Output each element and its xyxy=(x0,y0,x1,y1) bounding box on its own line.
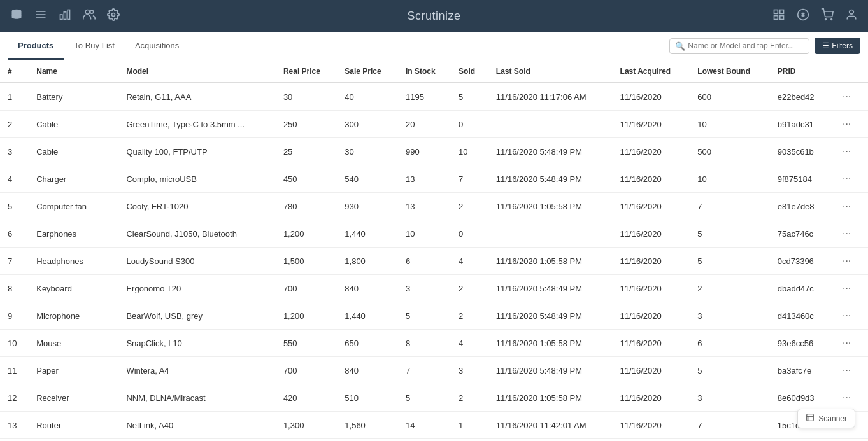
svg-point-8 xyxy=(90,10,94,13)
cell-sale-price: 300 xyxy=(337,111,398,138)
svg-rect-5 xyxy=(64,11,66,19)
cell-name: Battery xyxy=(29,83,118,111)
list-icon[interactable] xyxy=(34,8,47,24)
cell-last-acquired: 11/16/2020 xyxy=(613,330,690,357)
cell-last-sold: 11/16/2020 11:17:06 AM xyxy=(488,83,613,111)
svg-point-7 xyxy=(85,10,90,14)
col-header-name: Name xyxy=(29,60,118,83)
table-row: 11 Paper Wintera, A4 700 840 7 3 11/16/2… xyxy=(0,357,868,384)
cell-sale-price: 40 xyxy=(337,83,398,111)
row-actions-button[interactable]: ··· xyxy=(839,281,855,295)
row-actions-button[interactable]: ··· xyxy=(839,199,855,213)
col-header-sold: Sold xyxy=(451,60,488,83)
col-header-lowest-bound: Lowest Bound xyxy=(690,60,769,83)
col-header-prid: PRID xyxy=(770,60,831,83)
cell-prid: 93e6cc56 xyxy=(770,330,831,357)
products-table-container: # Name Model Real Price Sale Price In St… xyxy=(0,60,868,441)
cell-model: Retain, G11, AAA xyxy=(118,83,275,111)
products-table: # Name Model Real Price Sale Price In St… xyxy=(0,60,868,441)
scanner-badge[interactable]: Scanner xyxy=(797,409,855,428)
tab-acquisitions[interactable]: Acquisitions xyxy=(125,33,189,60)
cell-num: 3 xyxy=(0,138,29,165)
col-header-sale-price: Sale Price xyxy=(337,60,398,83)
row-actions-button[interactable]: ··· xyxy=(839,227,855,241)
row-actions-button[interactable]: ··· xyxy=(839,391,855,405)
cell-model: BearWolf, USB, grey xyxy=(118,302,275,330)
cell-sold: 5 xyxy=(451,83,488,111)
row-actions-button[interactable]: ··· xyxy=(839,90,855,104)
cell-in-stock: 13 xyxy=(398,193,451,220)
row-actions-button[interactable]: ··· xyxy=(839,336,855,350)
users-icon[interactable] xyxy=(83,8,96,24)
cell-last-acquired: 11/16/2020 xyxy=(613,220,690,248)
cell-last-acquired: 11/16/2020 xyxy=(613,138,690,165)
cell-last-sold: 11/16/2020 5:48:49 PM xyxy=(488,357,613,384)
cell-actions: ··· xyxy=(831,83,868,111)
table-row: 1 Battery Retain, G11, AAA 30 40 1195 5 … xyxy=(0,83,868,111)
cell-prid: 9035c61b xyxy=(770,138,831,165)
cell-real-price: 450 xyxy=(276,165,337,193)
filter-label: Filters xyxy=(832,41,853,50)
cell-name: Headphones xyxy=(29,248,118,275)
cell-in-stock: 10 xyxy=(398,220,451,248)
cell-sale-price: 930 xyxy=(337,193,398,220)
search-icon: 🔍 xyxy=(675,41,685,51)
user-icon[interactable] xyxy=(845,8,858,24)
tab-products[interactable]: Products xyxy=(8,33,64,60)
filter-icon: ☰ xyxy=(822,41,829,50)
cell-last-acquired: 11/16/2020 xyxy=(613,302,690,330)
grid-icon[interactable] xyxy=(772,8,785,24)
cell-sold: 2 xyxy=(451,384,488,412)
cell-sold: 2 xyxy=(451,275,488,302)
cell-num: 12 xyxy=(0,384,29,412)
cell-num: 7 xyxy=(0,248,29,275)
table-row: 3 Cable Quality 100, FTP/UTP 25 30 990 1… xyxy=(0,138,868,165)
filter-button[interactable]: ☰ Filters xyxy=(815,38,860,54)
svg-rect-19 xyxy=(807,414,814,421)
nav-icons-left xyxy=(10,8,120,24)
cell-last-acquired: 11/16/2020 xyxy=(613,193,690,220)
svg-rect-12 xyxy=(774,15,778,19)
cell-actions: ··· xyxy=(831,220,868,248)
cell-sold: 4 xyxy=(451,330,488,357)
table-row: 7 Headphones LoudySound S300 1,500 1,800… xyxy=(0,248,868,275)
row-actions-button[interactable]: ··· xyxy=(839,144,855,158)
cell-last-acquired: 11/16/2020 xyxy=(613,384,690,412)
cell-num: 14 xyxy=(0,439,29,442)
svg-rect-11 xyxy=(780,10,784,13)
row-actions-button[interactable]: ··· xyxy=(839,172,855,186)
cell-sale-price: 650 xyxy=(337,330,398,357)
svg-rect-13 xyxy=(780,15,784,19)
cell-lowest-bound: 5 xyxy=(690,220,769,248)
cell-real-price: 550 xyxy=(276,330,337,357)
search-input[interactable] xyxy=(688,41,804,50)
cell-name: Cable xyxy=(29,138,118,165)
cell-sold: 0 xyxy=(451,111,488,138)
row-actions-button[interactable]: ··· xyxy=(839,117,855,131)
chart-icon[interactable] xyxy=(59,8,71,24)
svg-rect-10 xyxy=(774,10,778,13)
cell-model: Wintera, A4 xyxy=(118,357,275,384)
cell-sold: 7 xyxy=(451,165,488,193)
search-box[interactable]: 🔍 xyxy=(669,38,809,54)
row-actions-button[interactable]: ··· xyxy=(839,254,855,268)
cell-num: 6 xyxy=(0,220,29,248)
cell-in-stock: 1195 xyxy=(398,83,451,111)
cell-in-stock: 5 xyxy=(398,302,451,330)
database-icon[interactable] xyxy=(10,8,23,24)
cell-sale-price: 510 xyxy=(337,384,398,412)
cell-sold: 1 xyxy=(451,439,488,442)
row-actions-button[interactable]: ··· xyxy=(839,363,855,377)
settings-icon[interactable] xyxy=(107,8,120,24)
cell-actions: ··· xyxy=(831,330,868,357)
cell-lowest-bound: 3 xyxy=(690,302,769,330)
tab-to-buy-list[interactable]: To Buy List xyxy=(64,33,125,60)
cell-last-sold: 11/16/2020 1:05:58 PM xyxy=(488,248,613,275)
dollar-icon[interactable] xyxy=(797,8,809,24)
table-row: 13 Router NetLink, A40 1,300 1,560 14 1 … xyxy=(0,412,868,439)
cell-sale-price: 1,560 xyxy=(337,412,398,439)
cell-real-price: 700 xyxy=(276,357,337,384)
row-actions-button[interactable]: ··· xyxy=(839,309,855,323)
cell-sold: 0 xyxy=(451,220,488,248)
cart-icon[interactable] xyxy=(821,8,834,24)
